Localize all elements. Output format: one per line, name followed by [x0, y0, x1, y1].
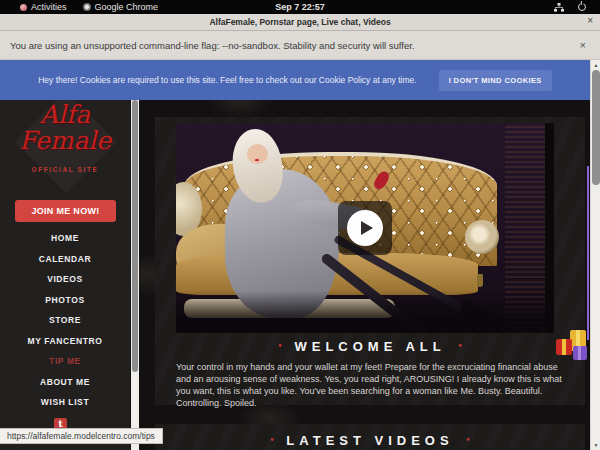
play-triangle-icon [361, 221, 373, 235]
welcome-heading-text: WELCOME ALL [294, 339, 445, 354]
play-button-icon [347, 210, 383, 246]
browser-viewport: Hey there! Cookies are required to use t… [0, 60, 600, 450]
chrome-icon [83, 3, 91, 11]
gift-box-icon [556, 339, 572, 355]
activities-button[interactable]: Activities [12, 0, 75, 14]
photo-floor-shadow [176, 291, 554, 333]
activities-label: Activities [31, 2, 67, 12]
window-title-bar: AlfaFemale, Pornstar page, Live chat, Vi… [0, 14, 600, 31]
app-menu-google-chrome[interactable]: Google Chrome [75, 0, 167, 14]
gifts-widget-icon[interactable] [556, 328, 592, 362]
cookie-accept-button[interactable]: I DON'T MIND COOKIES [439, 70, 552, 91]
scroll-down-icon[interactable]: ▼ [591, 442, 600, 448]
sidebar-item-tip-me[interactable]: TIP ME [0, 351, 130, 372]
photo-tassel [477, 274, 483, 287]
video-poster[interactable] [176, 123, 554, 333]
window-close-icon[interactable]: × [587, 15, 593, 26]
power-icon[interactable] [578, 3, 586, 11]
side-widget-edge [587, 166, 589, 340]
welcome-text: Your control in my hands and your wallet… [176, 361, 568, 409]
warning-close-icon[interactable]: × [580, 39, 590, 51]
sidebar-scrollbar-thumb[interactable] [132, 100, 138, 372]
heading-bullet-icon: • [454, 340, 466, 351]
logo-line-1: Alfa [0, 102, 130, 127]
cookie-banner: Hey there! Cookies are required to use t… [0, 60, 590, 100]
heading-bullet-icon: • [274, 340, 286, 351]
join-me-now-button[interactable]: JOIN ME NOW! [15, 200, 116, 222]
photo-couch-armrest-scroll [465, 220, 499, 254]
logo-line-2: Female [0, 128, 130, 153]
heading-bullet-icon: • [266, 434, 278, 445]
latest-videos-heading: • LATEST VIDEOS • [155, 433, 585, 448]
cookie-message: Hey there! Cookies are required to use t… [38, 75, 416, 85]
sidebar-item-home[interactable]: HOME [0, 228, 130, 249]
scroll-up-icon[interactable]: ▲ [591, 62, 600, 68]
window-title: AlfaFemale, Pornstar page, Live chat, Vi… [209, 17, 390, 27]
page-scrollbar-thumb[interactable] [592, 70, 600, 185]
sidebar-item-my-fancentro[interactable]: MY FANCENTRO [0, 331, 130, 352]
status-url-bubble: https://alfafemale.modelcentro.com/tips [0, 428, 163, 444]
sidebar-item-wish-list[interactable]: WISH LIST [0, 392, 130, 413]
gift-box-icon [573, 346, 587, 360]
latest-videos-panel: • LATEST VIDEOS • [155, 424, 585, 450]
network-icon[interactable] [554, 3, 564, 12]
sidebar-item-videos[interactable]: VIDEOS [0, 269, 130, 290]
warning-message: You are using an unsupported command-lin… [10, 40, 415, 51]
flag-warning-bar: You are using an unsupported command-lin… [0, 31, 600, 60]
system-top-bar: Activities Google Chrome Sep 7 22:57 [0, 0, 600, 14]
welcome-heading: • WELCOME ALL • [155, 339, 585, 354]
main-content-panel: • WELCOME ALL • Your control in my hands… [155, 117, 585, 405]
latest-videos-heading-text: LATEST VIDEOS [286, 433, 453, 448]
screen: Activities Google Chrome Sep 7 22:57 Alf… [0, 0, 600, 450]
video-play-overlay[interactable] [338, 201, 392, 255]
sidebar-item-store[interactable]: STORE [0, 310, 130, 331]
sidebar-nav: HOME CALENDAR VIDEOS PHOTOS STORE MY FAN… [0, 228, 130, 413]
heading-bullet-icon: • [462, 434, 474, 445]
photo-lips [255, 159, 259, 161]
activities-indicator-icon [20, 4, 27, 11]
official-site-label: OFFICIAL SITE [0, 166, 130, 173]
sidebar-item-about-me[interactable]: ABOUT ME [0, 372, 130, 393]
sidebar-scrollbar[interactable] [131, 100, 139, 450]
site-logo[interactable]: Alfa Female [0, 102, 130, 153]
sidebar: Alfa Female OFFICIAL SITE JOIN ME NOW! H… [0, 100, 130, 450]
sidebar-item-calendar[interactable]: CALENDAR [0, 249, 130, 270]
sidebar-item-photos[interactable]: PHOTOS [0, 290, 130, 311]
page-scrollbar[interactable]: ▲ ▼ [590, 60, 600, 450]
app-menu-label: Google Chrome [95, 2, 159, 12]
photo-face [247, 144, 268, 164]
